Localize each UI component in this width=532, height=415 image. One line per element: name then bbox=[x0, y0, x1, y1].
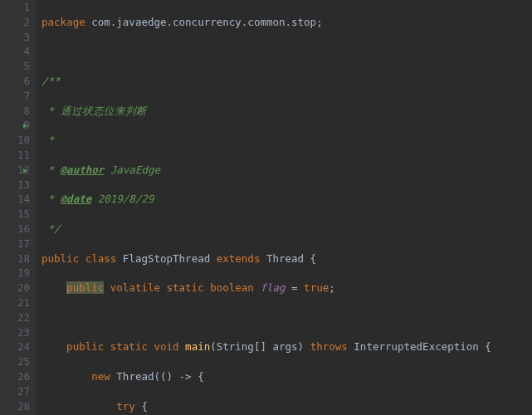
code-line: /** bbox=[41, 74, 491, 89]
code-line: package com.javaedge.concurrency.common.… bbox=[41, 15, 491, 30]
code-line: * @date 2019/8/29 bbox=[41, 192, 491, 207]
run-marker-icon[interactable]: ▶ bbox=[23, 164, 27, 178]
code-line: public volatile static boolean flag = tr… bbox=[41, 281, 491, 295]
code-line: * bbox=[41, 133, 491, 148]
line-number-gutter: 1 2 3 4 5 6 7 8 9 10 11 12 13 14 15 16 1… bbox=[0, 0, 37, 415]
code-line: public static void main(String[] args) t… bbox=[41, 339, 491, 354]
code-line: * @author JavaEdge bbox=[41, 163, 491, 178]
code-editor[interactable]: package com.javaedge.concurrency.common.… bbox=[37, 0, 491, 415]
code-line: public class FlagStopThread extends Thre… bbox=[41, 251, 491, 266]
code-line: */ bbox=[41, 222, 491, 237]
code-line bbox=[41, 44, 491, 59]
code-line: try { bbox=[41, 399, 491, 414]
run-marker-icon[interactable]: ▶ bbox=[23, 119, 27, 134]
code-line bbox=[41, 310, 491, 325]
code-line: * 通过状态位来判断 bbox=[41, 104, 491, 119]
code-line: new Thread(() -> { bbox=[41, 369, 491, 384]
